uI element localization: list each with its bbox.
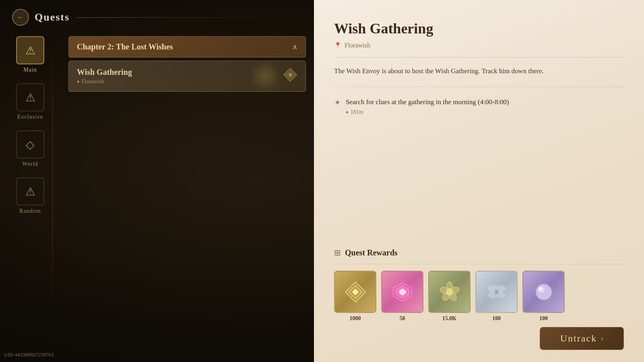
reward-box-flower [428, 271, 471, 313]
location-icon: ♦ [77, 78, 80, 85]
distance-value: 181m [351, 109, 363, 115]
sidebar-divider [52, 36, 53, 318]
svg-point-24 [539, 287, 542, 290]
back-icon: ← [17, 14, 24, 21]
rewards-grid: 1000 50 [334, 271, 624, 322]
svg-point-22 [536, 284, 552, 300]
reward-count-scroll: 100 [492, 315, 501, 322]
untrack-button[interactable]: Untrack › [540, 327, 624, 350]
reward-box-exp [334, 271, 376, 313]
reward-item-exp: 1000 [334, 271, 376, 322]
sidebar-item-random[interactable]: ⚠ Random [16, 177, 44, 214]
reward-box-pearl [522, 271, 565, 313]
reward-count-exp: 1000 [350, 315, 361, 322]
svg-point-17 [489, 292, 497, 298]
reward-count-gem: 50 [400, 315, 405, 322]
exclusive-quest-icon: ⚠ [25, 91, 35, 104]
sidebar-label-main: Main [23, 67, 37, 73]
quest-item-info: Wish Gathering ♦ Florawish [77, 68, 132, 85]
page-title: Quests [35, 11, 70, 23]
detail-location-icon: 📍 [334, 42, 342, 49]
reward-item-flower: 15.0K [428, 271, 471, 322]
svg-point-14 [446, 289, 453, 295]
quest-name: Wish Gathering [77, 68, 132, 77]
quest-detail-location-text: Florawish [345, 42, 370, 49]
nav-icon-wrap-exclusive: ⚠ [16, 83, 44, 111]
reward-item-scroll: 100 [475, 271, 518, 322]
reward-item-pearl: 100 [522, 271, 565, 322]
rewards-header: ⊞ Quest Rewards [334, 248, 624, 264]
sidebar-item-main[interactable]: ⚠ Main [16, 36, 44, 73]
quest-description: The Wish Envoy is about to host the Wish… [334, 66, 624, 87]
sidebar-label-world: World [22, 161, 38, 167]
chapter-title: Chapter 2: The Lost Wishes [77, 42, 173, 51]
distance-icon: ♦ [346, 109, 349, 115]
reward-box-gem [381, 271, 423, 313]
random-quest-icon: ⚠ [25, 185, 35, 198]
header: ← Quests [0, 0, 314, 35]
rewards-header-icon: ⊞ [334, 248, 341, 257]
main-quest-icon: ⚠ [25, 44, 35, 57]
untrack-arrow-icon: › [601, 334, 603, 343]
nav-icon-wrap-main: ⚠ [16, 36, 44, 64]
quest-list-item[interactable]: Wish Gathering ♦ Florawish [68, 61, 306, 92]
quest-location: ♦ Florawish [77, 78, 132, 85]
sidebar-item-world[interactable]: ◇ World [16, 130, 44, 167]
header-divider [75, 17, 302, 18]
quest-objective: ✦ Search for clues at the gathering in t… [334, 97, 624, 115]
uid-label: UID 443388927239763 [4, 352, 54, 358]
nav-icon-wrap-random: ⚠ [16, 177, 44, 206]
svg-point-18 [497, 292, 505, 298]
back-button[interactable]: ← [12, 9, 29, 26]
reward-count-flower: 15.0K [442, 315, 456, 322]
untrack-label: Untrack [560, 333, 597, 344]
left-panel: ← Quests ⚠ Main ⚠ Exclusive ◇ World [0, 0, 314, 362]
quest-location-text: Florawish [82, 78, 104, 85]
quest-detail-title: Wish Gathering [334, 20, 624, 37]
quest-active-icon [283, 68, 297, 85]
sidebar-item-exclusive[interactable]: ⚠ Exclusive [16, 83, 44, 120]
reward-box-scroll [475, 271, 518, 313]
sidebar-label-random: Random [19, 208, 41, 214]
detail-content: Wish Gathering 📍 Florawish The Wish Envo… [314, 0, 644, 131]
chapter-chevron-icon: ∧ [292, 43, 297, 51]
world-quest-icon: ◇ [26, 138, 35, 151]
reward-count-pearl: 100 [539, 315, 548, 322]
quest-list: Chapter 2: The Lost Wishes ∧ Wish Gather… [68, 36, 306, 92]
right-panel: Wish Gathering 📍 Florawish The Wish Envo… [314, 0, 644, 362]
reward-item-gem: 50 [381, 271, 423, 322]
svg-point-19 [495, 290, 498, 294]
rewards-section: ⊞ Quest Rewards 1000 [334, 248, 624, 322]
nav-icon-wrap-world: ◇ [16, 130, 44, 158]
sidebar-nav: ⚠ Main ⚠ Exclusive ◇ World ⚠ Random [4, 36, 56, 214]
rewards-title: Quest Rewards [345, 248, 398, 257]
chapter-header[interactable]: Chapter 2: The Lost Wishes ∧ [68, 36, 306, 58]
objective-star-icon: ✦ [334, 98, 341, 107]
objective-text: Search for clues at the gathering in the… [346, 97, 509, 107]
objective-distance: ♦ 181m [346, 109, 509, 115]
objective-details: Search for clues at the gathering in the… [346, 97, 509, 115]
quest-detail-location: 📍 Florawish [334, 42, 624, 58]
sidebar-label-exclusive: Exclusive [17, 114, 43, 120]
